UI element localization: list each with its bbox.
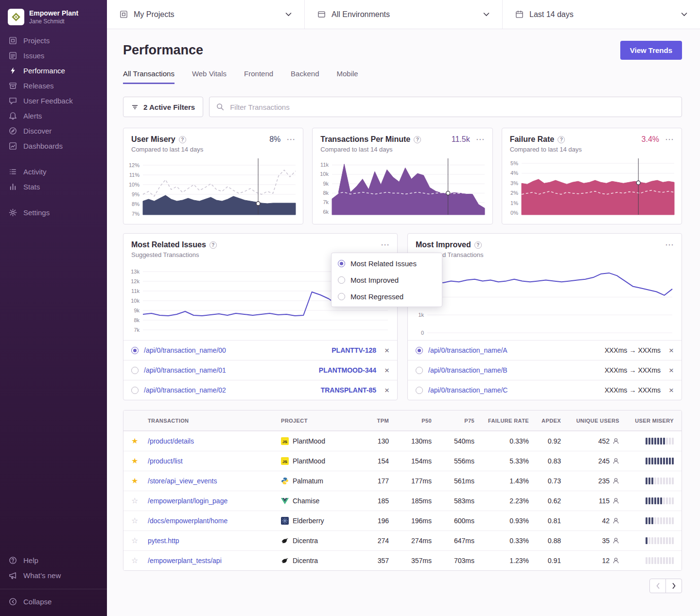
transaction-link[interactable]: /product/details	[148, 437, 277, 445]
duration-before: XXXms	[605, 366, 628, 374]
sidebar-item-dashboards[interactable]: Dashboards	[0, 138, 107, 154]
star-icon[interactable]	[131, 517, 144, 525]
transaction-link[interactable]: /api/0/transaction_name/B	[428, 366, 599, 374]
card-menu-button[interactable]: ⋯	[381, 240, 389, 249]
close-icon[interactable]: ×	[382, 366, 389, 375]
close-icon[interactable]: ×	[382, 346, 389, 355]
transaction-link[interactable]: /empowerplant/login_page	[148, 497, 277, 505]
sidebar-item-projects[interactable]: Projects	[0, 33, 107, 48]
sidebar-item-performance[interactable]: Performance	[0, 63, 107, 78]
stats-icon	[9, 183, 17, 191]
chevron-left-icon	[656, 583, 660, 589]
transaction-link[interactable]: /api/0/transaction_name/C	[428, 386, 599, 394]
project-cell: PlantMood	[281, 437, 359, 445]
user-misery-chart[interactable]: 7%8%9%10%11%12%	[125, 157, 298, 218]
table-row: /store/api_view_events Palmatum 177 177m…	[123, 471, 682, 491]
radio-button[interactable]	[416, 367, 423, 374]
sidebar-item-stats[interactable]: Stats	[0, 179, 107, 194]
svg-text:13k: 13k	[131, 269, 140, 274]
user-icon	[612, 557, 619, 564]
sidebar-item-user-feedback[interactable]: User Feedback	[0, 93, 107, 108]
search-input[interactable]	[229, 103, 675, 112]
sidebar-item-issues[interactable]: Issues	[0, 48, 107, 63]
previous-page-button[interactable]	[649, 579, 666, 593]
projects-icon	[9, 36, 17, 45]
radio-button[interactable]	[416, 347, 423, 354]
menu-item-most-related-issues[interactable]: Most Related Issues	[332, 255, 442, 272]
card-menu-button[interactable]: ⋯	[665, 240, 674, 249]
transaction-link[interactable]: /product/list	[148, 457, 277, 465]
summary-value: 8%	[269, 135, 280, 144]
date-range-selector[interactable]: Last 14 days	[503, 0, 700, 29]
view-trends-button[interactable]: View Trends	[620, 41, 682, 60]
org-switcher[interactable]: Empower Plant Jane Schmidt	[0, 7, 107, 33]
svg-text:9k: 9k	[134, 308, 140, 313]
help-icon[interactable]: ?	[210, 241, 217, 249]
project-selector[interactable]: My Projects	[107, 0, 305, 29]
help-icon[interactable]: ?	[474, 241, 482, 249]
transaction-link[interactable]: pytest.http	[148, 537, 277, 545]
transaction-link[interactable]: /api/0/transaction_name/01	[144, 366, 314, 374]
transaction-link[interactable]: /store/api_view_events	[148, 477, 277, 485]
close-icon[interactable]: ×	[382, 386, 389, 394]
radio-button[interactable]	[131, 347, 139, 354]
close-icon[interactable]: ×	[666, 366, 674, 375]
transaction-link[interactable]: /docs/empowerplant/home	[148, 517, 277, 525]
transactions-table: TRANSACTION PROJECT TPM P50 P75 FAILURE …	[123, 410, 682, 571]
card-menu-button[interactable]: ⋯	[665, 135, 674, 144]
activity-icon	[9, 168, 17, 176]
issue-link[interactable]: PLANTTV-128	[332, 346, 376, 354]
sidebar-item-activity[interactable]: Activity	[0, 164, 107, 179]
close-icon[interactable]: ×	[666, 386, 674, 394]
star-icon[interactable]	[131, 497, 144, 505]
sidebar-item-collapse[interactable]: Collapse	[0, 594, 107, 609]
chevron-down-icon	[483, 13, 490, 17]
star-icon[interactable]	[131, 437, 144, 445]
issue-link[interactable]: TRANSPLANT-85	[321, 386, 376, 394]
sidebar-item-whats-new[interactable]: What’s new	[0, 568, 107, 583]
tab-backend[interactable]: Backend	[291, 69, 319, 84]
svg-text:1k: 1k	[418, 312, 424, 318]
tab-web-vitals[interactable]: Web Vitals	[192, 69, 227, 84]
transaction-link[interactable]: /api/0/transaction_name/00	[144, 346, 326, 354]
radio-button[interactable]	[131, 387, 139, 394]
sidebar-item-settings[interactable]: Settings	[0, 205, 107, 220]
card-menu-button[interactable]: ⋯	[476, 135, 485, 144]
tpm-chart[interactable]: 6k7k8k9k10k11k	[315, 157, 487, 218]
duration-after: XXXms	[638, 386, 661, 394]
help-icon[interactable]: ?	[414, 136, 421, 143]
tab-all-transactions[interactable]: All Transactions	[123, 69, 175, 84]
sidebar-item-alerts[interactable]: Alerts	[0, 108, 107, 123]
table-row: /docs/empowerplant/home Elderberry 196 1…	[123, 511, 682, 530]
transaction-link[interactable]: /api/0/transaction_name/02	[144, 386, 315, 394]
environment-selector[interactable]: All Environments	[305, 0, 503, 29]
menu-item-most-regressed[interactable]: Most Regressed	[332, 288, 442, 305]
radio-button[interactable]	[131, 367, 139, 374]
sidebar-item-help[interactable]: Help	[0, 553, 107, 568]
active-filters-button[interactable]: 2 Active Filters	[123, 97, 203, 117]
svg-text:9%: 9%	[132, 191, 140, 197]
star-icon[interactable]	[131, 477, 144, 485]
transaction-link[interactable]: /api/0/transaction_name/A	[428, 346, 599, 354]
star-icon[interactable]	[131, 457, 144, 465]
most-improved-chart[interactable]: 01k2k	[410, 263, 675, 336]
failure-rate-chart[interactable]: 0%1%2%3%4%5%	[504, 157, 677, 218]
card-menu-button[interactable]: ⋯	[286, 135, 295, 144]
radio-button[interactable]	[416, 387, 423, 394]
improved-row: /api/0/transaction_name/B XXXms→XXXms ×	[408, 360, 682, 380]
issue-link[interactable]: PLANTMOOD-344	[319, 366, 376, 374]
close-icon[interactable]: ×	[666, 346, 674, 355]
tab-mobile[interactable]: Mobile	[336, 69, 358, 84]
help-icon[interactable]: ?	[179, 136, 186, 143]
sidebar-item-discover[interactable]: Discover	[0, 123, 107, 138]
sidebar-item-releases[interactable]: Releases	[0, 78, 107, 93]
next-page-button[interactable]	[665, 579, 682, 593]
summary-value: 11.5k	[452, 135, 470, 144]
tab-frontend[interactable]: Frontend	[244, 69, 273, 84]
star-icon[interactable]	[131, 557, 144, 565]
transaction-link[interactable]: /empowerplant_tests/api	[148, 557, 277, 565]
help-icon[interactable]: ?	[558, 136, 565, 143]
menu-item-most-improved[interactable]: Most Improved	[332, 272, 442, 288]
star-icon[interactable]	[131, 537, 144, 545]
project-cell: Dicentra	[281, 537, 359, 545]
